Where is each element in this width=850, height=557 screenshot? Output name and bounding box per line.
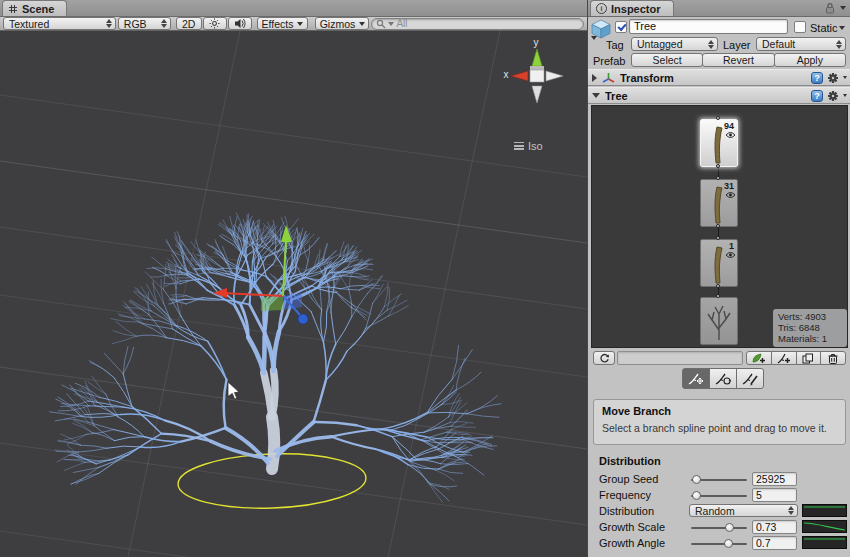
delete-node-button[interactable] [820, 351, 846, 365]
visibility-eye-icon[interactable] [725, 251, 736, 259]
move-branch-tool-button[interactable] [682, 368, 710, 389]
duplicate-node-button[interactable] [796, 351, 822, 365]
root-thumbnail-icon [702, 300, 736, 344]
slider-knob[interactable] [724, 539, 733, 548]
gear-icon[interactable] [827, 90, 839, 102]
transform-axis-icon [602, 72, 615, 84]
gameobject-name-field[interactable]: Tree [629, 19, 788, 34]
prefab-apply-button[interactable]: Apply [774, 53, 846, 67]
active-checkbox[interactable] [615, 21, 627, 33]
tab-inspector[interactable]: i Inspector [590, 0, 674, 16]
tree-component-header[interactable]: Tree ? [588, 87, 850, 104]
search-value: All [396, 18, 407, 29]
lock-icon[interactable] [825, 2, 835, 14]
slider-track[interactable] [691, 543, 747, 545]
add-leaf-group-button[interactable] [746, 351, 772, 365]
hierarchy-actions [746, 351, 846, 365]
layer-dropdown[interactable]: Default [756, 37, 846, 51]
orientation-gizmo[interactable]: y x [498, 33, 578, 109]
prefab-apply-label: Apply [797, 54, 823, 66]
transform-title: Transform [620, 72, 674, 84]
static-flags-chevron[interactable] [839, 26, 845, 30]
transform-component-header[interactable]: Transform ? [588, 69, 850, 86]
distribution-row: Frequency5 [588, 487, 850, 503]
branch-group-node[interactable]: 31 [700, 179, 738, 227]
node-branch-count: 31 [724, 181, 734, 191]
axis-down-cone [532, 86, 542, 103]
tool-help-title: Move Branch [602, 405, 837, 417]
slider-knob[interactable] [692, 475, 701, 484]
scene-viewport[interactable]: y x Iso [0, 31, 587, 557]
updown-arrows-icon [787, 506, 794, 515]
add-branch-group-button[interactable] [771, 351, 797, 365]
tool-help-description: Select a branch spline point and drag to… [602, 422, 837, 434]
materials-stat: Materials: 1 [778, 333, 842, 344]
scene-lighting-button[interactable] [203, 17, 227, 30]
value-field[interactable]: 0.7 [752, 536, 797, 550]
scene-tab-label: Scene [22, 3, 54, 15]
value-field[interactable]: 25925 [752, 472, 797, 486]
tree-hierarchy-canvas[interactable]: 94311 Verts: 4903 Tris: 6848 Materials: … [591, 105, 848, 348]
value-field[interactable]: 0.73 [752, 520, 797, 534]
refresh-icon [599, 353, 610, 364]
tree-root-node[interactable] [700, 297, 738, 345]
gear-icon[interactable] [827, 72, 839, 84]
render-mode-dropdown[interactable]: Textured [3, 17, 116, 30]
branch-group-node[interactable]: 1 [700, 239, 738, 287]
sun-icon [209, 18, 220, 29]
gizmos-dropdown[interactable]: Gizmos [315, 17, 369, 30]
tab-scene[interactable]: Scene [2, 0, 67, 16]
curve-preview[interactable] [802, 504, 847, 517]
visibility-eye-icon[interactable] [725, 191, 736, 199]
curve-preview[interactable] [802, 520, 847, 533]
rotate-branch-tool-button[interactable] [709, 368, 737, 389]
render-mode-value: Textured [9, 18, 49, 30]
tag-dropdown[interactable]: Untagged [631, 37, 718, 51]
distribution-mode-dropdown[interactable]: Random [689, 504, 798, 517]
layer-value: Default [762, 38, 795, 50]
visibility-eye-icon[interactable] [725, 131, 736, 139]
effects-dropdown[interactable]: Effects [257, 17, 309, 30]
projection-mode-switch[interactable]: Iso [514, 140, 543, 152]
branch-group-node[interactable]: 94 [700, 119, 738, 167]
slider-knob[interactable] [692, 491, 701, 500]
component-menu-chevron[interactable] [843, 94, 847, 97]
scene-search-input[interactable]: All [371, 18, 584, 30]
inspector-tabstrip: i Inspector [588, 0, 850, 17]
field-label: Growth Angle [599, 537, 665, 549]
help-icon[interactable]: ? [811, 72, 823, 84]
effects-label: Effects [262, 18, 294, 30]
copy-icon [802, 353, 814, 364]
info-icon: i [596, 3, 607, 14]
slider-track[interactable] [691, 527, 747, 529]
inspector-menu-icon[interactable] [840, 6, 846, 10]
static-checkbox[interactable] [794, 21, 806, 33]
toggle-2d-button[interactable]: 2D [176, 17, 202, 30]
foldout-collapsed-icon[interactable] [592, 74, 597, 82]
prefab-select-button[interactable]: Select [631, 53, 703, 67]
search-filter-chevron-icon[interactable] [388, 22, 394, 26]
curve-preview[interactable] [802, 536, 847, 549]
component-menu-chevron[interactable] [843, 76, 847, 79]
verts-stat: Verts: 4903 [778, 311, 842, 322]
node-connector-dot [716, 116, 720, 120]
scene-panel: Scene Textured RGB 2D Effects Gizmos [0, 0, 587, 557]
rotate-branch-icon [714, 372, 732, 386]
scene-audio-button[interactable] [228, 17, 252, 30]
icon-picker-chevron[interactable] [591, 36, 597, 40]
scene-3d-view[interactable] [0, 31, 587, 557]
node-branch-count: 1 [729, 241, 734, 251]
prefab-revert-button[interactable]: Revert [702, 53, 774, 67]
color-mode-dropdown[interactable]: RGB [118, 17, 171, 30]
axis-y-label: y [534, 37, 539, 48]
help-icon[interactable]: ? [811, 90, 823, 102]
value-field[interactable]: 5 [752, 488, 797, 502]
foldout-expanded-icon[interactable] [592, 93, 600, 98]
inspector-panel: i Inspector Tree Static Tag Untagged Lay… [587, 0, 850, 557]
prefab-revert-label: Revert [723, 54, 754, 66]
updown-arrows-icon [160, 19, 167, 28]
slider-knob[interactable] [725, 523, 734, 532]
projection-label: Iso [528, 140, 543, 152]
refresh-button[interactable] [593, 351, 615, 365]
freehand-branch-tool-button[interactable] [736, 368, 764, 389]
